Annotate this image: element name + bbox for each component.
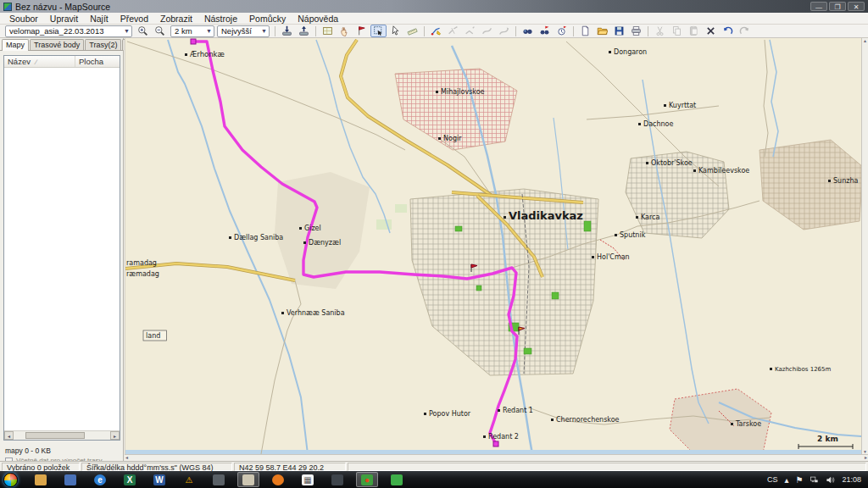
new-document-button[interactable] (577, 25, 593, 37)
menu-najít[interactable]: Najít (84, 14, 114, 24)
curve-tool-button[interactable] (479, 25, 495, 37)
close-button[interactable]: ✕ (848, 2, 865, 11)
minimize-button[interactable]: — (810, 2, 827, 11)
column-header-name[interactable]: Název∕ (4, 56, 75, 67)
scroll-right-icon[interactable]: ▸ (110, 431, 120, 440)
taskbar-app-blue[interactable] (59, 472, 81, 487)
scrollbar-thumb[interactable] (25, 432, 85, 439)
map-label: Popov Hutor (424, 410, 471, 418)
divide-route-button[interactable] (445, 25, 461, 37)
map-canvas[interactable]: ÆrhonkæDongaronMihajlovskoeKuyrttatDachn… (125, 38, 861, 454)
taskbar-explorer[interactable] (30, 472, 52, 487)
waypoint-tool-icon (356, 25, 367, 36)
zoom-out-button[interactable] (152, 25, 168, 37)
map-product-selector[interactable]: velomap_asia_22.03.2013 ▼ (5, 25, 132, 37)
open-button[interactable] (594, 25, 610, 37)
maximize-button[interactable]: ❐ (829, 2, 846, 11)
system-tray: CS ▴ ⚑ 21:08 (767, 475, 865, 485)
menu-nápověda[interactable]: Nápověda (292, 14, 344, 24)
receive-from-device-button[interactable] (296, 25, 312, 37)
undo-button[interactable] (720, 25, 736, 37)
recent-finds-button[interactable] (554, 25, 570, 37)
print-button[interactable] (628, 25, 644, 37)
scroll-right-icon[interactable]: ► (864, 455, 868, 461)
tab-trasov-body[interactable]: Trasové body (30, 39, 84, 50)
svg-text:Dænyzæl: Dænyzæl (309, 239, 341, 247)
clock[interactable]: 21:08 (842, 475, 865, 484)
hidden-icons-button[interactable]: ▴ (784, 475, 788, 485)
redo-button[interactable] (737, 25, 753, 37)
menu-upravit[interactable]: Upravit (44, 14, 84, 24)
taskbar-word[interactable]: W (148, 472, 170, 487)
save-button[interactable] (611, 25, 627, 37)
taskbar-excel[interactable]: X (119, 472, 141, 487)
map-tool-button[interactable] (320, 25, 336, 37)
menu-pomůcky[interactable]: Pomůcky (243, 14, 292, 24)
minor-road (261, 280, 301, 454)
status-spacer (348, 463, 866, 471)
svg-text:Tarskoe: Tarskoe (735, 420, 761, 428)
zoom-scale-selector[interactable]: 2 km ▼ (170, 25, 214, 37)
distance-tool-button[interactable] (404, 25, 420, 37)
map-vertical-scrollbar[interactable]: ▲▼ (861, 38, 868, 454)
network-icon[interactable] (810, 475, 819, 485)
language-indicator[interactable]: CS (767, 475, 778, 484)
start-button[interactable] (3, 473, 18, 487)
delete-button[interactable] (703, 25, 719, 37)
taskbar-gps[interactable]: ● (356, 472, 378, 487)
zoom-map-tool-button[interactable] (370, 25, 387, 37)
taskbar-warning[interactable]: ⚠ (178, 472, 200, 487)
scroll-left-icon[interactable]: ◄ (125, 455, 129, 461)
taskbar-browser[interactable]: e (89, 472, 111, 487)
find-button[interactable] (520, 25, 536, 37)
cut-icon (654, 25, 665, 36)
svg-text:ræmadag: ræmadag (126, 270, 159, 278)
zoom-in-button[interactable] (135, 25, 151, 37)
maps-list[interactable]: Název∕ Plocha ◂ ▸ (3, 55, 120, 441)
title-bar[interactable]: Bez názvu - MapSource — ❐ ✕ (0, 0, 868, 13)
taskbar-app-dark2[interactable] (326, 472, 348, 487)
list-horizontal-scrollbar[interactable]: ◂ ▸ (4, 430, 120, 440)
action-center-flag-icon[interactable]: ⚑ (796, 475, 804, 485)
menu-převod[interactable]: Převod (114, 14, 154, 24)
taskbar-calendar[interactable]: ▦ (297, 472, 319, 487)
send-to-device-button[interactable] (279, 25, 295, 37)
taskbar-firefox[interactable] (267, 472, 289, 487)
selection-tool-button[interactable] (387, 25, 403, 37)
paste-button[interactable] (686, 25, 702, 37)
map-label: Dachnoe (638, 120, 673, 128)
open-folder-icon (597, 25, 608, 36)
taskbar-app-dark[interactable] (208, 472, 230, 487)
svg-text:Kambileevskoe: Kambileevskoe (698, 167, 749, 175)
map-label: Verhnææ Saniba (281, 309, 345, 317)
tab-mapy[interactable]: Mapy (2, 39, 29, 51)
chevron-down-icon: ▼ (259, 28, 267, 34)
map-horizontal-scrollbar[interactable]: ◄► (125, 454, 868, 461)
scroll-left-icon[interactable]: ◂ (4, 431, 14, 440)
tab-trasy-2-[interactable]: Trasy(2) (85, 39, 121, 50)
menu-soubor[interactable]: Soubor (3, 14, 44, 24)
cut-button[interactable] (652, 25, 668, 37)
taskbar-mapsource[interactable] (237, 472, 259, 487)
join-tool-icon (465, 25, 476, 36)
taskbar-app-dark-icon (213, 474, 225, 485)
column-header-area[interactable]: Plocha (75, 56, 120, 67)
detail-level-selector[interactable]: Nejvyšší ▼ (217, 25, 270, 37)
scroll-up-icon[interactable]: ▲ (862, 38, 868, 43)
menu-nástroje[interactable]: Nástroje (198, 14, 243, 24)
waypoint-tool-button[interactable] (353, 25, 370, 37)
curve2-tool-button[interactable] (496, 25, 512, 37)
join-route-button[interactable] (462, 25, 478, 37)
menu-zobrazit[interactable]: Zobrazit (154, 14, 198, 24)
svg-text:Gizel: Gizel (304, 225, 321, 232)
volume-icon[interactable] (826, 475, 835, 485)
maps-list-header: Název∕ Plocha (4, 56, 120, 68)
map-label: Sputnik (615, 231, 646, 239)
window-title: Bez názvu - MapSource (15, 2, 110, 12)
pan-tool-button[interactable] (337, 25, 353, 37)
taskbar-desktop[interactable] (386, 472, 408, 487)
map-label: Chernorechenskoe (551, 416, 620, 424)
copy-button[interactable] (669, 25, 685, 37)
find-nearest-button[interactable] (537, 25, 553, 37)
route-tool-button[interactable] (428, 25, 444, 37)
